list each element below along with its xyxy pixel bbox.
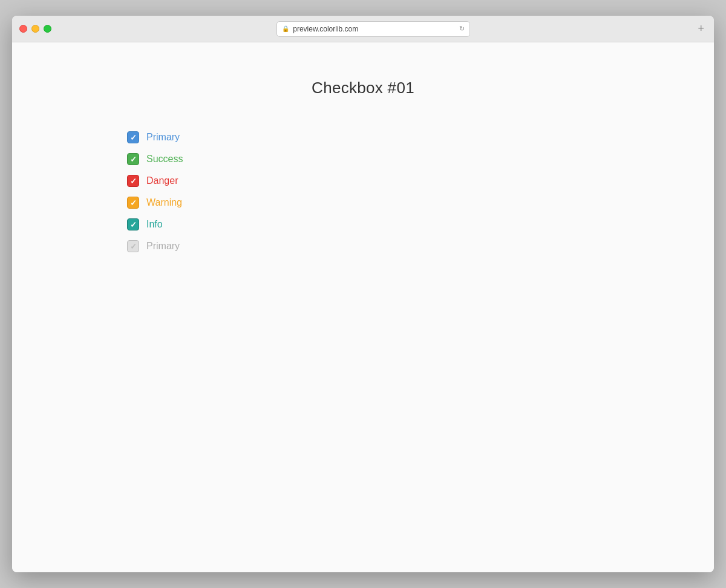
checkbox-disabled bbox=[127, 240, 139, 252]
checkmark-disabled bbox=[130, 242, 137, 251]
minimize-button[interactable] bbox=[31, 25, 39, 33]
url-text: preview.colorlib.com bbox=[293, 25, 358, 33]
reload-icon[interactable]: ↻ bbox=[459, 25, 465, 33]
checkmark-warning bbox=[130, 198, 137, 207]
checkbox-label-success: Success bbox=[146, 154, 183, 165]
traffic-lights bbox=[19, 25, 51, 33]
checkbox-label-danger: Danger bbox=[146, 175, 178, 186]
checkbox-item-info: Info bbox=[127, 215, 611, 234]
add-tab-button[interactable]: + bbox=[695, 20, 707, 38]
lock-icon: 🔒 bbox=[282, 25, 289, 32]
checkbox-item-primary: Primary bbox=[127, 128, 611, 147]
checkmark-danger bbox=[130, 177, 137, 186]
address-bar[interactable]: 🔒 preview.colorlib.com ↻ bbox=[276, 21, 470, 37]
browser-window: 🔒 preview.colorlib.com ↻ + Checkbox #01 … bbox=[12, 16, 714, 572]
checkbox-label-primary: Primary bbox=[146, 132, 180, 143]
checkbox-list: Primary Success Danger bbox=[127, 128, 611, 256]
page-container: Checkbox #01 Primary Success bbox=[91, 42, 635, 292]
checkbox-item-warning: Warning bbox=[127, 193, 611, 212]
checkbox-primary[interactable] bbox=[127, 131, 139, 143]
browser-titlebar: 🔒 preview.colorlib.com ↻ + bbox=[12, 16, 714, 42]
checkbox-success[interactable] bbox=[127, 153, 139, 165]
page-title: Checkbox #01 bbox=[115, 79, 611, 97]
close-button[interactable] bbox=[19, 25, 27, 33]
browser-content: Checkbox #01 Primary Success bbox=[12, 42, 714, 572]
checkbox-warning[interactable] bbox=[127, 197, 139, 209]
checkbox-info[interactable] bbox=[127, 218, 139, 230]
checkbox-item-success: Success bbox=[127, 149, 611, 169]
maximize-button[interactable] bbox=[44, 25, 51, 33]
checkbox-label-info: Info bbox=[146, 219, 163, 230]
checkbox-label-disabled: Primary bbox=[146, 241, 180, 252]
checkmark-primary bbox=[130, 133, 137, 142]
address-bar-container: 🔒 preview.colorlib.com ↻ bbox=[51, 21, 695, 37]
checkbox-danger[interactable] bbox=[127, 175, 139, 187]
checkmark-info bbox=[130, 220, 137, 229]
checkbox-item-disabled: Primary bbox=[127, 237, 611, 256]
checkbox-item-danger: Danger bbox=[127, 171, 611, 191]
checkmark-success bbox=[130, 155, 137, 164]
checkbox-label-warning: Warning bbox=[146, 197, 182, 208]
